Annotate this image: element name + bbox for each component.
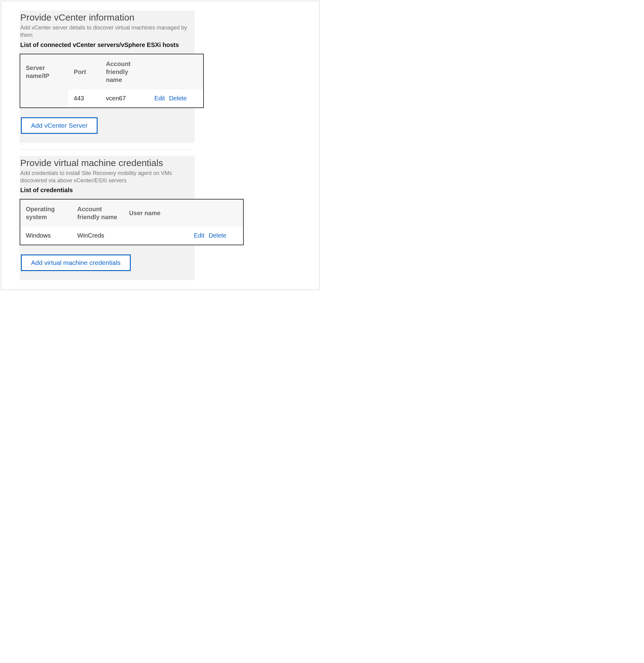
delete-link[interactable]: Delete [169, 95, 189, 101]
section-divider [20, 149, 191, 150]
cell-port: 443 [68, 89, 100, 108]
cell-actions: Edit Delete [188, 227, 244, 245]
vcenter-table: Server name/IP Port Account friendly nam… [20, 54, 204, 108]
vmcred-header-row: Operating system Account friendly name U… [20, 199, 244, 227]
col-actions [149, 54, 204, 89]
config-page: Provide vCenter information Add vCenter … [1, 1, 320, 290]
vcenter-title: Provide vCenter information [20, 10, 194, 24]
col-port: Port [68, 54, 100, 89]
add-vcenter-button[interactable]: Add vCenter Server [21, 117, 98, 134]
cell-server-name [20, 89, 68, 108]
col-account-name: Account friendly name [72, 199, 124, 227]
add-vm-credentials-button[interactable]: Add virtual machine credentials [21, 254, 131, 271]
vmcred-list-label: List of credentials [20, 186, 194, 197]
vmcred-title: Provide virtual machine credentials [20, 156, 194, 169]
cell-account-name: WinCreds [72, 227, 124, 245]
vmcred-panel: Provide virtual machine credentials Add … [20, 156, 194, 280]
vmcred-table-wrap: Operating system Account friendly name U… [20, 199, 194, 245]
vcenter-description: Add vCenter server details to discover v… [20, 24, 194, 41]
col-server-name: Server name/IP [20, 54, 68, 89]
vmcred-table: Operating system Account friendly name U… [20, 199, 244, 245]
cell-os: Windows [20, 227, 72, 245]
cell-actions: Edit Delete [149, 89, 204, 108]
col-actions [188, 199, 244, 227]
delete-link[interactable]: Delete [209, 232, 229, 239]
vmcred-row: Windows WinCreds Edit Delete [20, 227, 244, 245]
col-account-name: Account friendly name [100, 54, 148, 89]
col-os: Operating system [20, 199, 72, 227]
col-user-name: User name [124, 199, 188, 227]
vcenter-row: 443 vcen67 Edit Delete [20, 89, 204, 108]
cell-account-name: vcen67 [100, 89, 148, 108]
cell-user-name [124, 227, 188, 245]
edit-link[interactable]: Edit [154, 95, 167, 101]
vmcred-description: Add credentials to install Site Recovery… [20, 169, 194, 186]
vcenter-panel: Provide vCenter information Add vCenter … [20, 10, 194, 143]
vcenter-list-label: List of connected vCenter servers/vSpher… [20, 41, 194, 52]
vcenter-table-wrap: Server name/IP Port Account friendly nam… [20, 54, 194, 108]
vcenter-header-row: Server name/IP Port Account friendly nam… [20, 54, 204, 89]
edit-link[interactable]: Edit [194, 232, 207, 239]
